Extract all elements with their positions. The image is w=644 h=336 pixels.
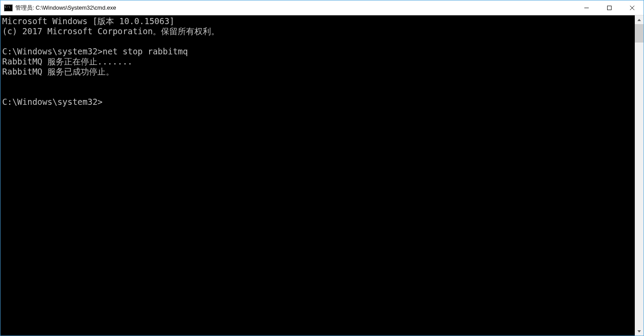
cmd-icon — [4, 4, 13, 11]
close-icon — [630, 5, 635, 11]
terminal-output[interactable]: Microsoft Windows [版本 10.0.15063] (c) 20… — [0, 15, 635, 336]
scroll-thumb[interactable] — [635, 24, 644, 43]
window-controls — [575, 0, 644, 15]
maximize-icon — [607, 5, 612, 11]
minimize-icon — [584, 5, 589, 11]
chevron-up-icon — [637, 19, 641, 21]
scroll-up-button[interactable] — [635, 15, 644, 24]
terminal-line: C:\Windows\system32>net stop rabbitmq — [2, 46, 188, 56]
terminal-line: C:\Windows\system32> — [2, 97, 103, 107]
terminal-line: Microsoft Windows [版本 10.0.15063] — [2, 16, 175, 26]
scroll-down-button[interactable] — [635, 327, 644, 336]
titlebar[interactable]: 管理员: C:\Windows\System32\cmd.exe — [0, 0, 644, 15]
content-area: Microsoft Windows [版本 10.0.15063] (c) 20… — [0, 15, 644, 336]
minimize-button[interactable] — [575, 0, 598, 15]
chevron-down-icon — [637, 330, 641, 332]
maximize-button[interactable] — [598, 0, 621, 15]
svg-rect-1 — [608, 6, 612, 10]
terminal-line: (c) 2017 Microsoft Corporation。保留所有权利。 — [2, 26, 219, 36]
terminal-line: RabbitMQ 服务已成功停止。 — [2, 67, 114, 76]
scroll-track[interactable] — [635, 24, 644, 327]
window-title: 管理员: C:\Windows\System32\cmd.exe — [15, 4, 575, 12]
terminal-line: RabbitMQ 服务正在停止....... — [2, 57, 132, 66]
cmd-window: 管理员: C:\Windows\System32\cmd.exe Microso… — [0, 0, 644, 336]
close-button[interactable] — [621, 0, 644, 15]
vertical-scrollbar[interactable] — [635, 15, 644, 336]
